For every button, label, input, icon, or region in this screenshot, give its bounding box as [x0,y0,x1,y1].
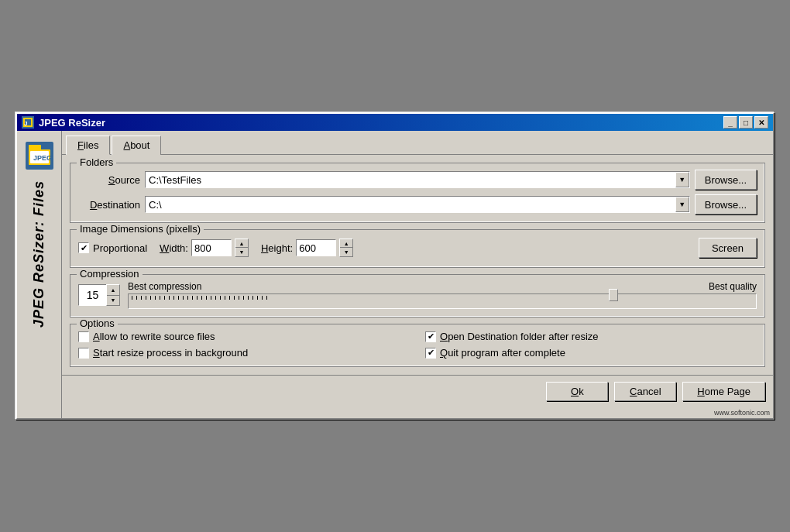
slider-labels: Best compression Best quality [128,281,757,292]
option-rewrite-source-label: Allow to rewrite source files [93,331,215,342]
source-browse-button[interactable]: Browse... [695,170,757,190]
proportional-checkbox[interactable]: ✔ [78,242,89,253]
best-compression-label: Best compression [128,281,201,292]
close-button[interactable]: ✕ [754,116,768,129]
options-grid: Allow to rewrite source files ✔ Open Des… [78,331,757,359]
image-dimensions-label: Image Dimensions (pixells) [77,223,204,235]
tick [211,296,211,300]
width-spinner-group: Width: 800 ▲ ▼ [160,239,249,257]
tick [141,296,142,300]
sidebar: JPEG JPEG ReSizer: Files [17,131,62,418]
source-dropdown-arrow[interactable]: ▼ [675,172,689,187]
width-up-arrow[interactable]: ▲ [235,239,248,248]
app-icon: J [22,116,34,129]
compression-up-arrow[interactable]: ▲ [107,285,119,296]
tick [201,296,202,300]
destination-value: C:\ [146,197,675,212]
screen-button[interactable]: Screen [699,238,757,258]
source-combo[interactable]: C:\TestFiles ▼ [145,171,690,188]
destination-combo[interactable]: C:\ ▼ [145,196,690,213]
tick [173,296,174,300]
dimensions-row: ✔ Proportional Width: 800 ▲ ▼ [78,236,757,259]
option-background-resize-label: Start resize process in background [93,347,248,359]
tabs-area: Files About [62,131,773,154]
tick [229,296,230,300]
source-row: Source C:\TestFiles ▼ Browse... [78,170,757,190]
ok-button[interactable]: Ok [546,382,608,401]
minimize-button[interactable]: _ [723,116,737,129]
folders-group: Folders Source C:\TestFiles ▼ Browse... [70,163,765,223]
tick [215,296,216,300]
height-spinner-group: Height: 600 ▲ ▼ [261,239,353,257]
compression-arrows: ▲ ▼ [106,284,120,306]
tick [164,296,165,300]
tick [234,296,235,300]
option-quit-after-complete-checkbox[interactable]: ✔ [425,348,436,359]
compression-value[interactable]: 15 [78,284,106,306]
option-quit-after-complete-label: Quit program after complete [440,347,565,359]
height-label: Height: [261,242,293,254]
option-rewrite-source[interactable]: Allow to rewrite source files [78,331,410,342]
destination-dropdown-arrow[interactable]: ▼ [675,197,689,212]
tick [187,296,188,300]
proportional-checkbox-group[interactable]: ✔ Proportional [78,242,147,254]
height-down-arrow[interactable]: ▼ [340,248,352,256]
tick [197,296,198,300]
tab-about[interactable]: About [112,136,161,155]
svg-text:JPEG: JPEG [33,154,52,162]
folders-group-label: Folders [77,156,116,168]
option-rewrite-source-checkbox[interactable] [78,331,89,342]
tick [183,296,184,300]
tick [252,296,253,300]
source-value: C:\TestFiles [146,172,675,187]
height-input[interactable]: 600 [296,239,336,256]
destination-row: Destination C:\ ▼ Browse... [78,194,757,215]
tick [132,296,132,300]
height-up-arrow[interactable]: ▲ [340,239,352,248]
tick [160,296,160,300]
cancel-button[interactable]: Cancel [614,382,676,401]
tab-files[interactable]: Files [66,136,110,155]
option-quit-after-complete[interactable]: ✔ Quit program after complete [425,347,757,359]
tick [239,296,239,300]
compression-down-arrow[interactable]: ▼ [107,296,119,306]
option-open-destination-checkbox[interactable]: ✔ [425,331,436,342]
width-down-arrow[interactable]: ▼ [235,248,248,256]
width-label: Width: [160,242,188,254]
tick [136,296,137,300]
window-controls: _ □ ✕ [723,116,768,129]
option-open-destination[interactable]: ✔ Open Destination folder after resize [425,331,757,342]
image-dimensions-group: Image Dimensions (pixells) ✔ Proportiona… [70,229,765,268]
compression-group: Compression 15 ▲ ▼ [70,274,765,317]
tick [146,296,146,300]
option-background-resize-checkbox[interactable] [78,348,89,359]
options-group: Options Allow to rewrite source files ✔ … [70,324,765,367]
svg-text:J: J [24,120,27,127]
tick [150,296,151,300]
compression-slider-handle[interactable] [609,289,618,301]
tick [192,296,193,300]
option-background-resize[interactable]: Start resize process in background [78,347,410,359]
width-input[interactable]: 800 [191,239,232,256]
destination-browse-button[interactable]: Browse... [695,194,757,215]
tick [169,296,170,300]
destination-label: Destination [78,199,140,211]
width-spinner-arrows: ▲ ▼ [235,239,249,257]
compression-slider-area: Best compression Best quality [128,281,757,309]
proportional-label: Proportional [93,242,147,254]
tick [155,296,156,300]
compression-slider-track[interactable] [128,293,757,309]
maximize-button[interactable]: □ [739,116,753,129]
source-label: Source [78,174,140,186]
best-quality-label: Best quality [709,281,757,292]
compression-spinner: 15 ▲ ▼ [78,284,120,306]
sidebar-icon: JPEG [22,139,57,173]
tick [178,296,179,300]
tick [225,296,225,300]
tick [248,296,249,300]
tick [262,296,263,300]
tick [266,296,267,300]
title-bar: J JPEG ReSizer _ □ ✕ [17,114,773,131]
tab-content-files: Folders Source C:\TestFiles ▼ Browse... [62,154,773,375]
home-page-button[interactable]: Home Page [682,382,765,401]
